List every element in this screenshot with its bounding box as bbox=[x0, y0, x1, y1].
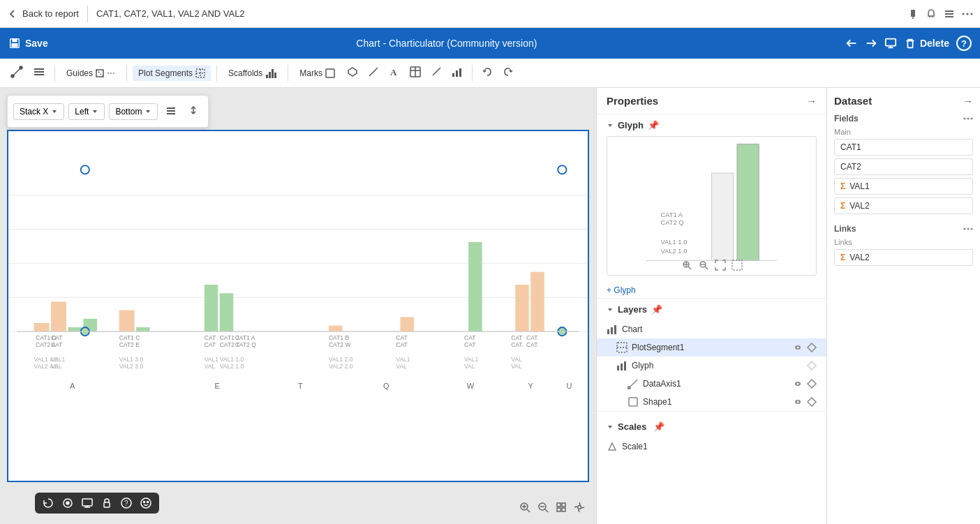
add-glyph-button[interactable]: + Glyph bbox=[597, 283, 826, 298]
bottom-chevron bbox=[144, 108, 151, 115]
left-dropdown[interactable]: Left bbox=[68, 103, 105, 120]
arrow-left-icon[interactable] bbox=[845, 37, 858, 50]
glyph-fit-icon[interactable] bbox=[715, 260, 726, 271]
diamond-icon[interactable] bbox=[807, 343, 817, 352]
layer-glyph[interactable]: Glyph bbox=[597, 357, 826, 375]
glyph-zoom-in-icon[interactable] bbox=[681, 260, 692, 271]
chart-canvas: CAT1 D CAT2 A CAT CAT VAL1 4.0 VAL2 4.0 … bbox=[7, 130, 589, 482]
save-button[interactable]: Save bbox=[8, 37, 48, 50]
layers-pin-icon[interactable]: 📌 bbox=[651, 304, 662, 315]
guides-button[interactable]: Guides bbox=[61, 66, 121, 81]
svg-text:CAT.: CAT. bbox=[526, 341, 539, 348]
glyph-section[interactable]: Glyph 📌 bbox=[597, 114, 826, 136]
list-tool-button[interactable] bbox=[29, 62, 49, 84]
glyph-preview: CAT1 A CAT2 Q VAL1 1.0 VAL2 1.0 bbox=[607, 136, 817, 276]
scaffolds-button[interactable]: Scaffolds bbox=[223, 65, 282, 82]
bottom-dropdown[interactable]: Bottom bbox=[109, 103, 158, 120]
links-more-icon[interactable] bbox=[963, 224, 973, 234]
more-icon[interactable] bbox=[962, 8, 973, 20]
field-val1[interactable]: Σ VAL1 bbox=[834, 178, 973, 195]
refresh-icon[interactable] bbox=[42, 497, 54, 509]
back-to-report-button[interactable]: Back to report bbox=[7, 8, 79, 20]
data-axis-icon bbox=[628, 378, 639, 389]
pin-icon[interactable] bbox=[907, 8, 919, 20]
field-cat1[interactable]: CAT1 bbox=[834, 139, 973, 156]
table-icon-btn[interactable] bbox=[406, 63, 424, 83]
svg-text:VAL: VAL bbox=[205, 363, 216, 370]
zoom-out-icon[interactable] bbox=[537, 501, 549, 514]
data-axis-diamond-icon[interactable] bbox=[807, 379, 817, 389]
glyph-settings-icon[interactable] bbox=[732, 260, 743, 271]
diagonal-icon-btn[interactable] bbox=[364, 63, 383, 83]
data-axis-eye-icon[interactable] bbox=[793, 379, 803, 389]
glyph-zoom-out-icon[interactable] bbox=[698, 260, 709, 271]
dataset-expand-icon[interactable]: → bbox=[963, 95, 973, 107]
undo-button[interactable] bbox=[478, 63, 496, 83]
plot-segments-button[interactable]: Plot Segments bbox=[133, 66, 211, 81]
svg-text:U: U bbox=[566, 382, 572, 390]
top-icons bbox=[907, 8, 973, 20]
properties-expand-icon[interactable]: → bbox=[806, 95, 817, 107]
delete-button[interactable]: Delete bbox=[904, 37, 949, 50]
lock-icon[interactable] bbox=[101, 497, 113, 509]
stack-x-dropdown[interactable]: Stack X bbox=[13, 103, 64, 120]
glyph-pin-icon[interactable]: 📌 bbox=[648, 120, 659, 130]
settings-icon[interactable] bbox=[573, 501, 586, 514]
line-tool-button[interactable] bbox=[7, 62, 27, 84]
svg-rect-12 bbox=[12, 43, 18, 47]
svg-text:CAT: CAT bbox=[51, 334, 63, 341]
field-cat2[interactable]: CAT2 bbox=[834, 158, 973, 175]
layer-plot-segment[interactable]: PlotSegment1 bbox=[597, 338, 826, 357]
svg-rect-176 bbox=[624, 361, 626, 370]
svg-text:VAL: VAL bbox=[511, 363, 522, 370]
zoom-in-icon[interactable] bbox=[519, 501, 531, 514]
svg-rect-168 bbox=[614, 325, 616, 334]
scales-pin-icon[interactable]: 📌 bbox=[653, 421, 665, 432]
polygon-icon-btn[interactable] bbox=[343, 63, 362, 83]
marks-button[interactable]: Marks bbox=[294, 66, 341, 81]
monitor-icon[interactable] bbox=[884, 37, 897, 50]
screen-icon[interactable] bbox=[81, 497, 94, 509]
layer-data-axis[interactable]: DataAxis1 bbox=[597, 375, 826, 393]
svg-text:CAT: CAT bbox=[526, 334, 538, 341]
help-label: ? bbox=[961, 38, 967, 49]
field-links-val2[interactable]: Σ VAL2 bbox=[834, 249, 973, 266]
layer-shape[interactable]: Shape1 bbox=[597, 393, 826, 411]
fields-more-icon[interactable] bbox=[963, 114, 973, 123]
sort-icon-btn[interactable] bbox=[184, 101, 202, 121]
arrow-right-icon[interactable] bbox=[865, 37, 877, 50]
svg-line-138 bbox=[527, 509, 530, 512]
chart-icon-btn[interactable] bbox=[448, 63, 466, 83]
glyph-label: Glyph bbox=[618, 120, 644, 130]
glyph-diamond-icon[interactable] bbox=[807, 361, 817, 370]
svg-text:VAL1: VAL1 bbox=[51, 356, 65, 363]
scales-title[interactable]: Scales 📌 bbox=[597, 416, 826, 437]
redo-button[interactable] bbox=[499, 63, 517, 83]
dataset-panel: Dataset → Fields Main CAT1 CAT2 Σ VAL1 Σ… bbox=[826, 88, 980, 524]
scale1-item[interactable]: Scale1 bbox=[597, 437, 826, 456]
help-button[interactable]: ? bbox=[956, 36, 972, 51]
layer-chart[interactable]: Chart bbox=[597, 320, 826, 338]
svg-text:CAT: CAT bbox=[464, 341, 476, 348]
svg-text:VAL1 2.0: VAL1 2.0 bbox=[329, 356, 353, 363]
sigma-links-icon: Σ bbox=[840, 253, 845, 262]
lines-icon[interactable] bbox=[944, 8, 955, 20]
marks-label: Marks bbox=[299, 68, 322, 78]
svg-point-29 bbox=[113, 73, 114, 74]
field-val2[interactable]: Σ VAL2 bbox=[834, 197, 973, 214]
fit-icon[interactable] bbox=[555, 501, 567, 514]
bell-icon[interactable] bbox=[926, 8, 937, 20]
svg-point-185 bbox=[797, 401, 799, 403]
fields-section: Fields bbox=[834, 114, 973, 123]
align-icon-btn[interactable] bbox=[162, 101, 180, 121]
record-icon[interactable] bbox=[61, 497, 74, 509]
draw-icon-btn[interactable] bbox=[427, 63, 445, 83]
eye-icon[interactable] bbox=[793, 343, 803, 352]
shape-eye-icon[interactable] bbox=[793, 397, 803, 407]
text-icon-btn[interactable]: A bbox=[385, 63, 403, 83]
question-icon[interactable]: ? bbox=[120, 497, 133, 509]
emoji-icon[interactable] bbox=[140, 497, 152, 509]
shape-diamond-icon[interactable] bbox=[807, 397, 817, 407]
layers-section-title[interactable]: Layers 📌 bbox=[597, 299, 826, 320]
svg-point-193 bbox=[971, 228, 973, 230]
